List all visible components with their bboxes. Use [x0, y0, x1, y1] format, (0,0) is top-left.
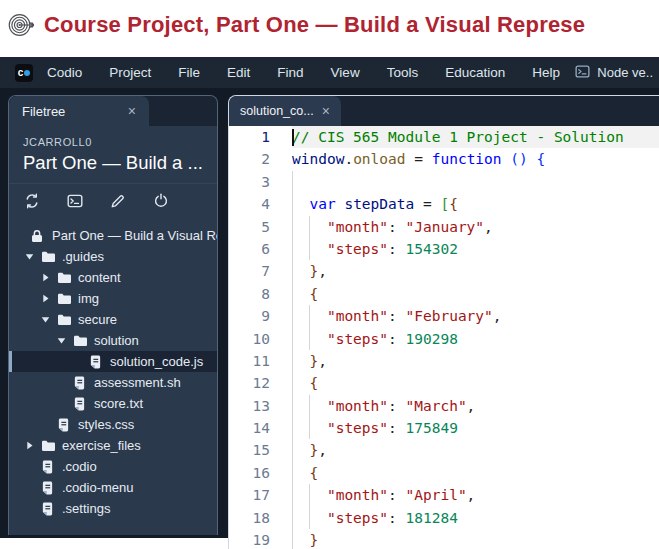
indent-guide: [292, 462, 293, 484]
menubar: c CodioProjectFileEditFindViewToolsEduca…: [0, 57, 659, 88]
text-cursor: [292, 129, 294, 146]
chevron-collapsed-icon[interactable]: [41, 273, 57, 282]
lesson-header: Course Project, Part One — Build a Visua…: [0, 0, 659, 57]
folder-icon: [57, 313, 77, 326]
chevron-expanded-icon[interactable]: [57, 336, 73, 345]
code-line-9: "month": "February",: [292, 305, 659, 327]
code-line-17: "month": "April",: [292, 484, 659, 506]
line-number: 7: [229, 260, 270, 282]
indent-guide: [309, 328, 310, 350]
code-line-11: },: [292, 350, 659, 372]
tree-item-part-one-build-a-visual-repre[interactable]: Part One — Build a Visual Repre: [9, 225, 217, 246]
menu-item-project[interactable]: Project: [109, 65, 151, 80]
username-label: JCARROLL0: [23, 136, 203, 148]
indent-guide: [309, 216, 310, 238]
screenshot-root: Course Project, Part One — Build a Visua…: [0, 0, 659, 549]
line-number: 9: [229, 305, 270, 327]
menubar-items: CodioProjectFileEditFindViewToolsEducati…: [47, 65, 560, 80]
filetree-tabbar: Filetree ×: [9, 96, 217, 126]
tree-item-solution[interactable]: solution: [9, 330, 217, 351]
filetree-tab[interactable]: Filetree ×: [9, 96, 149, 126]
node-version-button[interactable]: Node ve..: [575, 64, 653, 82]
tree-item-codio-menu[interactable]: .codio-menu: [9, 477, 217, 498]
file-tree: Part One — Build a Visual Repre.guidesco…: [9, 225, 217, 519]
code-editor[interactable]: 12345678910111213141516171819 // CIS 565…: [229, 126, 659, 549]
indent-guide: [292, 238, 293, 260]
indent-guide: [292, 216, 293, 238]
indent-guide: [292, 305, 293, 327]
codio-logo-icon[interactable]: c: [15, 64, 33, 82]
code-line-3: [292, 171, 659, 193]
tree-item-secure[interactable]: secure: [9, 309, 217, 330]
tree-item-styles-css[interactable]: styles.css: [9, 414, 217, 435]
menu-item-view[interactable]: View: [331, 65, 360, 80]
tree-item-label: .codio-menu: [62, 480, 134, 495]
indent-guide: [292, 417, 293, 439]
chevron-expanded-icon[interactable]: [41, 315, 57, 324]
menu-item-edit[interactable]: Edit: [227, 65, 250, 80]
indent-guide: [292, 439, 293, 461]
editor-panel: solution_co... × 12345678910111213141516…: [228, 95, 659, 549]
edit-icon[interactable]: [110, 193, 126, 209]
chevron-collapsed-icon[interactable]: [25, 441, 41, 450]
line-number: 13: [229, 395, 270, 417]
line-number: 11: [229, 350, 270, 372]
line-number: 1: [229, 126, 270, 148]
line-number: 3: [229, 171, 270, 193]
folder-icon: [57, 271, 77, 284]
tree-item-guides[interactable]: .guides: [9, 246, 217, 267]
project-info: JCARROLL0 Part One — Build a ...: [9, 126, 217, 183]
tree-item-label: .settings: [62, 501, 110, 516]
menu-item-education[interactable]: Education: [445, 65, 505, 80]
indent-guide: [292, 529, 293, 549]
folder-icon: [73, 334, 93, 347]
close-icon[interactable]: ×: [128, 104, 136, 118]
menu-item-tools[interactable]: Tools: [387, 65, 419, 80]
file-icon: [73, 376, 93, 390]
line-number: 6: [229, 238, 270, 260]
tree-item-label: styles.css: [78, 417, 134, 432]
filetree-toolbar: [9, 183, 217, 218]
chevron-collapsed-icon[interactable]: [41, 294, 57, 303]
code-line-19: }: [292, 529, 659, 549]
line-number: 4: [229, 193, 270, 215]
code-line-13: "month": "March",: [292, 395, 659, 417]
code-line-8: {: [292, 283, 659, 305]
lock-icon: [31, 229, 51, 243]
indent-guide: [292, 484, 293, 506]
restart-icon[interactable]: [153, 193, 169, 209]
code-line-7: },: [292, 260, 659, 282]
code-line-16: {: [292, 462, 659, 484]
tree-item-label: exercise_files: [62, 438, 141, 453]
line-number: 14: [229, 417, 270, 439]
tree-item-settings[interactable]: .settings: [9, 498, 217, 519]
indent-guide: [309, 417, 310, 439]
indent-guide: [309, 238, 310, 260]
menu-item-codio[interactable]: Codio: [47, 65, 82, 80]
editor-tab[interactable]: solution_co... ×: [229, 96, 341, 126]
menu-item-help[interactable]: Help: [532, 65, 560, 80]
tree-item-solution-code-js[interactable]: solution_code.js: [9, 351, 217, 372]
folder-icon: [57, 292, 77, 305]
page-title: Course Project, Part One — Build a Visua…: [44, 12, 585, 38]
tree-item-codio[interactable]: .codio: [9, 456, 217, 477]
file-icon: [41, 481, 61, 495]
terminal-icon[interactable]: [67, 193, 83, 209]
tree-item-assessment-sh[interactable]: assessment.sh: [9, 372, 217, 393]
sync-icon[interactable]: [24, 193, 40, 209]
code-line-15: },: [292, 439, 659, 461]
tree-item-label: secure: [78, 312, 117, 327]
tree-item-exercise-files[interactable]: exercise_files: [9, 435, 217, 456]
tree-item-img[interactable]: img: [9, 288, 217, 309]
close-icon[interactable]: ×: [322, 104, 330, 118]
code-line-5: "month": "January",: [292, 216, 659, 238]
menu-item-file[interactable]: File: [178, 65, 200, 80]
chevron-expanded-icon[interactable]: [25, 252, 41, 261]
menu-item-find[interactable]: Find: [277, 65, 303, 80]
tree-item-score-txt[interactable]: score.txt: [9, 393, 217, 414]
tree-item-label: .codio: [62, 459, 97, 474]
tree-item-content[interactable]: content: [9, 267, 217, 288]
indent-guide: [309, 305, 310, 327]
code-line-18: "steps": 181284: [292, 507, 659, 529]
indent-guide: [292, 193, 293, 215]
